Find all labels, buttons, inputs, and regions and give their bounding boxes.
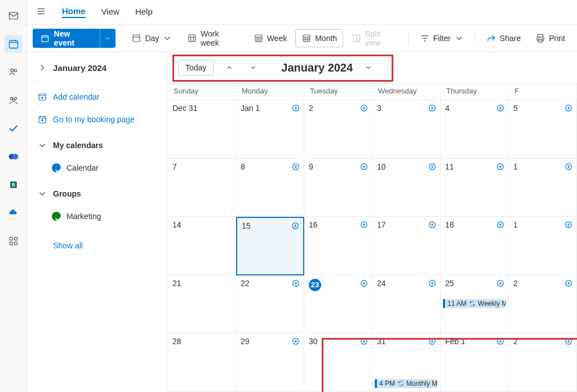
divider bbox=[475, 30, 476, 46]
add-event-icon[interactable] bbox=[428, 220, 437, 229]
svg-rect-0 bbox=[9, 12, 17, 19]
new-event-button[interactable]: New event bbox=[33, 29, 116, 48]
calendar-cell[interactable]: 28 bbox=[168, 333, 236, 392]
filter-button[interactable]: Filter bbox=[414, 29, 471, 47]
hamburger-icon[interactable] bbox=[36, 6, 46, 18]
calendar-cell[interactable]: 17 bbox=[372, 217, 441, 275]
calendar-cell[interactable]: 16 bbox=[304, 217, 372, 275]
calendar-cell[interactable]: 4 bbox=[441, 100, 509, 159]
add-event-icon[interactable] bbox=[496, 104, 505, 113]
add-event-icon[interactable] bbox=[291, 104, 300, 113]
marketing-item[interactable]: Marketing bbox=[35, 206, 159, 226]
view-workweek-button[interactable]: Work week bbox=[181, 29, 245, 47]
calendar-cell[interactable]: Dec 31 bbox=[168, 100, 236, 159]
event-item[interactable]: 4 PMMonthly M bbox=[375, 379, 438, 388]
add-event-icon[interactable] bbox=[496, 337, 505, 346]
tab-view[interactable]: View bbox=[101, 7, 119, 17]
add-event-icon[interactable] bbox=[291, 221, 300, 230]
calendar-cell[interactable]: 7 bbox=[168, 159, 236, 217]
calendar-cell[interactable]: 11 bbox=[441, 159, 509, 217]
add-event-icon[interactable] bbox=[564, 337, 573, 346]
calendar-cell[interactable]: Feb 1 bbox=[441, 333, 509, 392]
add-event-icon[interactable] bbox=[496, 162, 505, 171]
add-event-icon[interactable] bbox=[359, 104, 369, 113]
add-event-icon[interactable] bbox=[428, 337, 437, 346]
onedrive-rail-icon[interactable] bbox=[5, 204, 23, 222]
add-event-icon[interactable] bbox=[291, 162, 300, 171]
add-event-icon[interactable] bbox=[428, 104, 437, 113]
calendar-cell[interactable]: 1 bbox=[509, 217, 577, 275]
groups-header[interactable]: Groups bbox=[35, 184, 159, 204]
svg-point-2 bbox=[11, 69, 14, 72]
calendar-cell[interactable]: Jan 1 bbox=[236, 100, 304, 159]
add-event-icon[interactable] bbox=[291, 279, 300, 288]
add-event-icon[interactable] bbox=[428, 279, 437, 288]
view-day-button[interactable]: Day bbox=[125, 29, 179, 47]
calendar-cell[interactable]: 2511 AMWeekly M bbox=[441, 275, 509, 334]
new-event-main[interactable]: New event bbox=[33, 29, 100, 47]
calendar-cell[interactable]: 2 bbox=[304, 100, 372, 159]
add-event-icon[interactable] bbox=[496, 220, 505, 229]
tab-home[interactable]: Home bbox=[62, 6, 86, 18]
calendar-cell[interactable]: 314 PMMonthly M bbox=[372, 333, 441, 392]
calendar-cell[interactable]: 30 bbox=[304, 333, 372, 392]
calendar-rail-icon[interactable] bbox=[5, 35, 23, 53]
calendar-cell[interactable]: 9 bbox=[304, 159, 372, 217]
calendar-cell[interactable]: 24 bbox=[372, 275, 441, 334]
calendar-cell[interactable]: 10 bbox=[372, 159, 441, 217]
booking-link[interactable]: Go to my booking page bbox=[35, 109, 159, 130]
add-event-icon[interactable] bbox=[291, 337, 300, 346]
calendar-cell[interactable]: 15 bbox=[236, 217, 304, 275]
date-label: 18 bbox=[445, 220, 454, 229]
calendar-cell[interactable]: 8 bbox=[236, 159, 304, 217]
date-label: 7 bbox=[172, 162, 177, 171]
calendar-cell[interactable]: 14 bbox=[168, 217, 236, 275]
event-item[interactable]: 11 AMWeekly M bbox=[443, 299, 506, 308]
prev-month-button[interactable] bbox=[221, 60, 237, 75]
show-all-link[interactable]: Show all bbox=[35, 235, 159, 256]
add-event-icon[interactable] bbox=[359, 162, 369, 171]
more-apps-rail-icon[interactable] bbox=[5, 232, 23, 250]
add-event-icon[interactable] bbox=[428, 162, 437, 171]
next-month-button[interactable] bbox=[245, 60, 261, 75]
view-week-button[interactable]: Week bbox=[247, 29, 294, 47]
add-event-icon[interactable] bbox=[359, 220, 369, 229]
todo-rail-icon[interactable] bbox=[5, 119, 23, 137]
calendar-cell[interactable]: 23 bbox=[304, 275, 372, 334]
calendar-cell[interactable]: 2 bbox=[509, 275, 577, 334]
calendar-cell[interactable]: 2 bbox=[509, 333, 577, 392]
add-event-icon[interactable] bbox=[496, 279, 505, 288]
add-event-icon[interactable] bbox=[359, 279, 369, 288]
print-button[interactable]: Print bbox=[529, 29, 571, 47]
bookings-rail-icon[interactable]: B bbox=[5, 176, 23, 194]
groups-rail-icon[interactable] bbox=[5, 91, 23, 109]
split-view-button[interactable]: Split view bbox=[345, 29, 404, 47]
tab-help[interactable]: Help bbox=[135, 7, 153, 17]
add-event-icon[interactable] bbox=[564, 162, 573, 171]
sidebar-month-picker[interactable]: January 2024 bbox=[35, 57, 159, 78]
new-event-split[interactable] bbox=[100, 29, 115, 48]
calendar-cell[interactable]: 1 bbox=[509, 159, 577, 217]
view-month-button[interactable]: Month bbox=[295, 29, 343, 47]
calendar-cell[interactable]: 18 bbox=[441, 217, 509, 275]
add-calendar-link[interactable]: Add calendar bbox=[35, 87, 159, 107]
add-event-icon[interactable] bbox=[564, 279, 573, 288]
chevron-down-icon bbox=[37, 140, 47, 150]
add-event-icon[interactable] bbox=[564, 104, 573, 113]
calendar-item[interactable]: Calendar bbox=[35, 158, 159, 178]
share-button[interactable]: Share bbox=[480, 29, 527, 47]
mail-rail-icon[interactable] bbox=[5, 7, 23, 25]
add-event-icon[interactable] bbox=[359, 337, 369, 346]
my-calendars-header[interactable]: My calendars bbox=[35, 135, 159, 155]
word-rail-icon[interactable] bbox=[5, 148, 23, 166]
people-rail-icon[interactable] bbox=[5, 63, 23, 81]
calendar-cell[interactable]: 3 bbox=[372, 100, 441, 159]
calendar-cell[interactable]: 21 bbox=[168, 275, 236, 334]
today-button[interactable]: Today bbox=[178, 60, 214, 75]
view-week-label: Week bbox=[267, 34, 287, 43]
calendar-cell[interactable]: 29 bbox=[236, 333, 304, 392]
title-dropdown[interactable] bbox=[361, 60, 376, 75]
calendar-cell[interactable]: 22 bbox=[236, 275, 304, 334]
add-event-icon[interactable] bbox=[564, 220, 573, 229]
calendar-cell[interactable]: 5 bbox=[509, 100, 577, 159]
